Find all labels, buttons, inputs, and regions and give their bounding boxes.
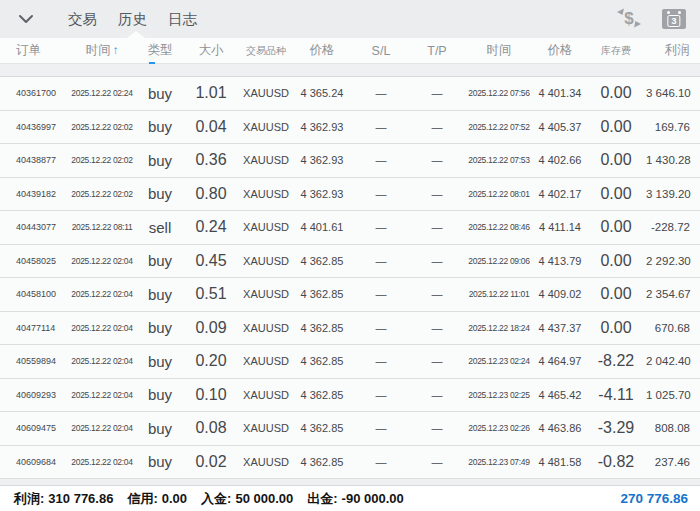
chevron-down-icon <box>18 12 34 27</box>
sl-value: — <box>352 456 410 468</box>
header-order[interactable]: 订单 <box>0 42 66 59</box>
profit-value: 2 042.40 <box>646 355 700 367</box>
tp-value: — <box>410 221 464 233</box>
balance-operations-button[interactable]: $ <box>616 6 642 33</box>
close-time: 2025.12.22 09:06 <box>464 256 534 266</box>
trade-symbol: XAUUSD <box>240 322 292 334</box>
trade-size: 0.36 <box>182 151 240 169</box>
tp-value: — <box>410 456 464 468</box>
history-screen: 交易 历史 日志 $ 3 <box>0 0 700 511</box>
close-price: 4 464.97 <box>534 355 586 367</box>
open-price: 4 362.93 <box>292 188 352 200</box>
summary-profit: 利润:310 776.86 <box>14 490 113 508</box>
trade-size: 0.20 <box>182 352 240 370</box>
date-range-button[interactable]: 3 <box>662 9 686 29</box>
trade-type: buy <box>138 252 182 269</box>
header-profit[interactable]: 利润 <box>646 42 700 59</box>
close-price: 4 402.66 <box>534 154 586 166</box>
header-close-price[interactable]: 价格 <box>534 42 586 59</box>
summary-credit: 信用:0.00 <box>127 490 187 508</box>
open-price: 4 365.24 <box>292 87 352 99</box>
profit-value: 169.76 <box>646 121 700 133</box>
trade-size: 0.08 <box>182 419 240 437</box>
swap-value: 0.00 <box>586 84 646 102</box>
header-open-time[interactable]: 时间↑ <box>66 42 138 59</box>
order-id: 40609475 <box>0 423 66 433</box>
header-type[interactable]: 类型 <box>138 42 182 59</box>
open-price: 4 362.85 <box>292 288 352 300</box>
header-close-time[interactable]: 时间 <box>464 42 534 59</box>
table-body: 40361700 2025.12.22 02:24 buy 1.01 XAUUS… <box>0 76 700 479</box>
summary-deposit: 入金:50 000.00 <box>201 490 293 508</box>
trade-symbol: XAUUSD <box>240 188 292 200</box>
tp-value: — <box>410 355 464 367</box>
dollar-transfer-icon: $ <box>616 6 642 33</box>
sl-value: — <box>352 288 410 300</box>
tp-value: — <box>410 87 464 99</box>
sl-value: — <box>352 87 410 99</box>
trade-size: 0.09 <box>182 319 240 337</box>
close-time: 2025.12.23 02:26 <box>464 423 534 433</box>
account-menu-button[interactable] <box>14 7 38 31</box>
tab-trade[interactable]: 交易 <box>68 0 97 38</box>
close-time: 2025.12.22 08:46 <box>464 222 534 232</box>
sl-value: — <box>352 255 410 267</box>
table-row[interactable]: 40609475 2025.12.22 02:04 buy 0.08 XAUUS… <box>0 412 700 446</box>
order-id: 40361700 <box>0 88 66 98</box>
header-size[interactable]: 大小 <box>182 42 240 59</box>
table-row[interactable]: 40609684 2025.12.22 02:04 buy 0.02 XAUUS… <box>0 446 700 480</box>
tab-journal[interactable]: 日志 <box>168 0 197 38</box>
active-tab-notch <box>127 31 145 38</box>
tp-value: — <box>410 154 464 166</box>
open-time: 2025.12.22 02:02 <box>66 122 138 132</box>
table-row[interactable]: 40361700 2025.12.22 02:24 buy 1.01 XAUUS… <box>0 77 700 111</box>
table-row[interactable]: 40609293 2025.12.22 02:04 buy 0.10 XAUUS… <box>0 379 700 413</box>
sorted-column-indicator <box>149 62 155 64</box>
trade-size: 0.10 <box>182 386 240 404</box>
calendar-badge: 3 <box>667 15 680 27</box>
header-sl[interactable]: S/L <box>352 44 410 58</box>
header-open-price[interactable]: 价格 <box>292 42 352 59</box>
open-price: 4 362.85 <box>292 255 352 267</box>
tp-value: — <box>410 288 464 300</box>
table-row[interactable]: 40439182 2025.12.22 02:02 buy 0.80 XAUUS… <box>0 178 700 212</box>
order-id: 40443077 <box>0 222 66 232</box>
trade-size: 0.51 <box>182 285 240 303</box>
open-time: 2025.12.22 02:04 <box>66 457 138 467</box>
trade-size: 0.45 <box>182 252 240 270</box>
table-row[interactable]: 40458100 2025.12.22 02:04 buy 0.51 XAUUS… <box>0 278 700 312</box>
table-row[interactable]: 40438877 2025.12.22 02:02 buy 0.36 XAUUS… <box>0 144 700 178</box>
table-row[interactable]: 40559894 2025.12.22 02:04 buy 0.20 XAUUS… <box>0 345 700 379</box>
swap-value: 0.00 <box>586 118 646 136</box>
sl-value: — <box>352 322 410 334</box>
order-id: 40559894 <box>0 356 66 366</box>
trade-size: 0.02 <box>182 453 240 471</box>
trade-symbol: XAUUSD <box>240 154 292 166</box>
swap-value: -3.29 <box>586 419 646 437</box>
open-time: 2025.12.22 02:02 <box>66 189 138 199</box>
close-price: 4 437.37 <box>534 322 586 334</box>
table-row[interactable]: 40436997 2025.12.22 02:02 buy 0.04 XAUUS… <box>0 111 700 145</box>
table-row[interactable]: 40477114 2025.12.22 02:04 buy 0.09 XAUUS… <box>0 312 700 346</box>
sl-value: — <box>352 389 410 401</box>
open-time: 2025.12.22 02:04 <box>66 323 138 333</box>
header-swap[interactable]: 库存费 <box>586 44 646 58</box>
table-row[interactable]: 40458025 2025.12.22 02:04 buy 0.45 XAUUS… <box>0 245 700 279</box>
swap-value: 0.00 <box>586 151 646 169</box>
close-time: 2025.12.22 07:56 <box>464 88 534 98</box>
table-row[interactable]: 40443077 2025.12.22 08:11 sell 0.24 XAUU… <box>0 211 700 245</box>
close-price: 4 463.86 <box>534 422 586 434</box>
header-symbol[interactable]: 交易品种 <box>240 44 292 58</box>
open-time: 2025.12.22 02:04 <box>66 289 138 299</box>
open-time: 2025.12.22 02:24 <box>66 88 138 98</box>
open-price: 4 362.85 <box>292 389 352 401</box>
order-id: 40477114 <box>0 323 66 333</box>
close-price: 4 402.17 <box>534 188 586 200</box>
trade-type: buy <box>138 386 182 403</box>
svg-text:$: $ <box>624 9 634 28</box>
close-time: 2025.12.22 11:01 <box>464 289 534 299</box>
swap-value: 0.00 <box>586 185 646 203</box>
open-time: 2025.12.22 02:04 <box>66 256 138 266</box>
header-tp[interactable]: T/P <box>410 44 464 58</box>
trade-type: buy <box>138 118 182 135</box>
